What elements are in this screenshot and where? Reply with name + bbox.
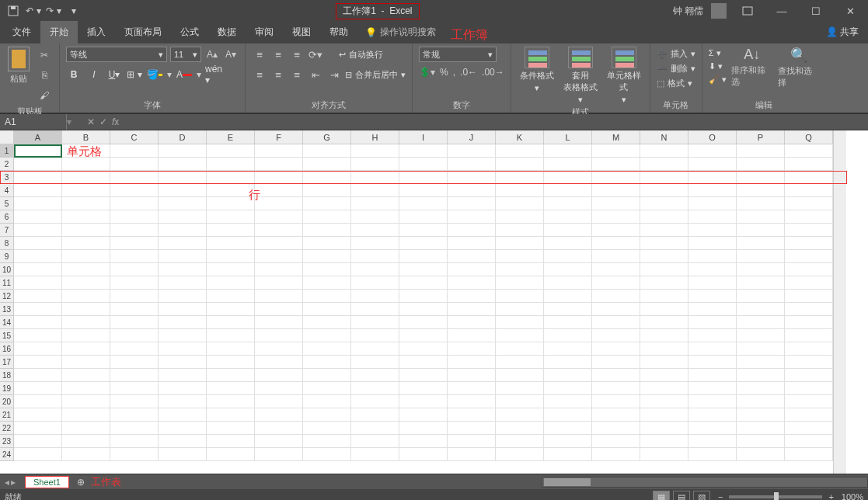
cell-N12[interactable] [640,290,688,303]
cell-D21[interactable] [159,408,207,422]
cell-K8[interactable] [496,237,544,250]
cell-K5[interactable] [496,197,544,210]
cell-F14[interactable] [255,316,303,329]
format-cells-button[interactable]: ⬚ 格式 ▾ [657,76,695,91]
cell-H20[interactable] [351,395,399,408]
cell-M15[interactable] [592,329,640,342]
col-header-F[interactable]: F [255,130,303,144]
sheet-nav-prev[interactable]: ◂ [5,477,9,488]
cell-K7[interactable] [496,224,544,237]
cell-D15[interactable] [159,329,207,342]
cell-C17[interactable] [110,356,159,369]
cell-G10[interactable] [303,263,351,276]
cell-J8[interactable] [448,237,496,250]
cut-button[interactable]: ✂ [36,47,53,64]
cell-H13[interactable] [351,303,399,316]
cell-F15[interactable] [255,329,303,342]
cell-L10[interactable] [544,263,592,276]
cell-M6[interactable] [592,210,640,224]
cell-M17[interactable] [592,356,640,369]
vertical-scrollbar[interactable] [833,130,846,474]
row-header-4[interactable]: 4 [0,184,14,197]
cell-J3[interactable] [448,171,496,184]
cell-P4[interactable] [737,184,785,197]
delete-cells-button[interactable]: ➖ 删除 ▾ [657,61,695,76]
cell-F8[interactable] [255,237,303,250]
tab-insert[interactable]: 插入 [78,21,115,43]
cell-I7[interactable] [399,224,448,237]
cell-Q15[interactable] [785,329,833,342]
cell-O12[interactable] [688,290,737,303]
cell-A20[interactable] [14,395,62,408]
cell-O10[interactable] [688,263,737,276]
cell-A15[interactable] [14,329,62,342]
cell-P18[interactable] [737,369,785,382]
cell-M11[interactable] [592,276,640,290]
cell-N7[interactable] [640,224,688,237]
col-header-M[interactable]: M [592,130,640,144]
tab-review[interactable]: 审阅 [246,21,283,43]
cell-A12[interactable] [14,290,62,303]
cell-G6[interactable] [303,210,351,224]
col-header-K[interactable]: K [496,130,544,144]
cell-B21[interactable] [62,408,110,422]
cell-I12[interactable] [399,290,448,303]
cell-D20[interactable] [159,395,207,408]
cell-D5[interactable] [159,197,207,210]
cell-A23[interactable] [14,435,62,448]
cell-A16[interactable] [14,342,62,356]
tab-layout[interactable]: 页面布局 [115,21,171,43]
cell-L21[interactable] [544,408,592,422]
cell-F24[interactable] [255,448,303,461]
tab-view[interactable]: 视图 [283,21,320,43]
cell-C13[interactable] [110,303,159,316]
row-headers[interactable]: 123456789101112131415161718192021222324 [0,144,14,461]
cell-F17[interactable] [255,356,303,369]
row-header-18[interactable]: 18 [0,369,14,382]
row-header-12[interactable]: 12 [0,290,14,303]
cell-G4[interactable] [303,184,351,197]
cell-G21[interactable] [303,408,351,422]
cell-O17[interactable] [688,356,737,369]
cell-A4[interactable] [14,184,62,197]
cell-C1[interactable] [110,144,159,158]
cell-D18[interactable] [159,369,207,382]
cell-B22[interactable] [62,422,110,435]
cell-G17[interactable] [303,356,351,369]
cell-K22[interactable] [496,422,544,435]
cell-P1[interactable] [737,144,785,158]
cell-E11[interactable] [207,276,255,290]
redo-button[interactable]: ↷ ▾ [45,2,62,19]
border-button[interactable]: ⊞ ▾ [127,67,142,82]
cell-D8[interactable] [159,237,207,250]
cell-D2[interactable] [159,158,207,171]
cell-E22[interactable] [207,422,255,435]
cell-N20[interactable] [640,395,688,408]
cell-C20[interactable] [110,395,159,408]
cell-N5[interactable] [640,197,688,210]
cell-N21[interactable] [640,408,688,422]
row-header-22[interactable]: 22 [0,422,14,435]
cell-O18[interactable] [688,369,737,382]
cell-G15[interactable] [303,329,351,342]
col-header-B[interactable]: B [62,130,110,144]
cell-L3[interactable] [544,171,592,184]
cell-C18[interactable] [110,369,159,382]
cell-A11[interactable] [14,276,62,290]
cell-styles-button[interactable]: 单元格样式▾ [605,47,643,105]
cell-A5[interactable] [14,197,62,210]
cell-M16[interactable] [592,342,640,356]
cell-L11[interactable] [544,276,592,290]
cell-M22[interactable] [592,422,640,435]
cell-B6[interactable] [62,210,110,224]
cell-B9[interactable] [62,250,110,263]
copy-button[interactable]: ⎘ [36,67,53,84]
cell-N2[interactable] [640,158,688,171]
cell-H19[interactable] [351,382,399,395]
cell-Q19[interactable] [785,382,833,395]
cell-M1[interactable] [592,144,640,158]
cell-D10[interactable] [159,263,207,276]
comma-button[interactable]: , [453,67,455,78]
cell-P6[interactable] [737,210,785,224]
cell-L12[interactable] [544,290,592,303]
